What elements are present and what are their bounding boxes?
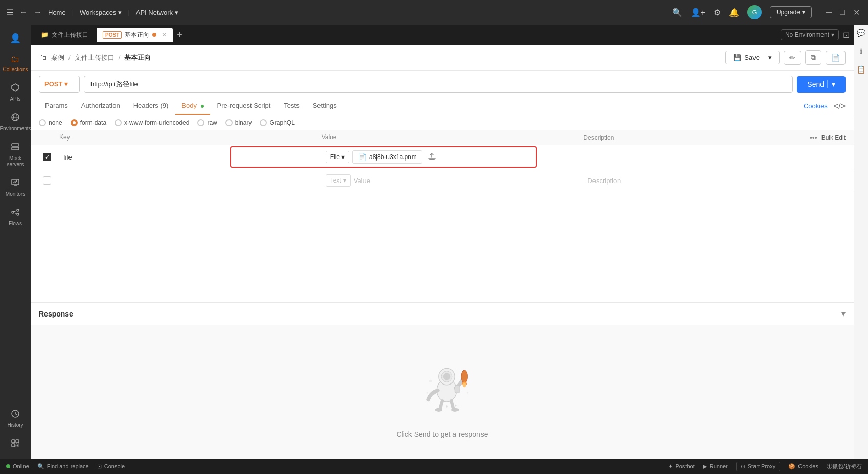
chevron-down-icon: ▾	[343, 177, 346, 184]
close-button[interactable]: ✕	[851, 8, 862, 17]
comment-button[interactable]: ⧉	[805, 50, 821, 65]
option-form-data[interactable]: form-data	[71, 119, 106, 126]
unsaved-dot	[152, 33, 156, 37]
sidebar-item-collections[interactable]: 🗂 Collections	[0, 50, 31, 77]
edit-button[interactable]: ✏	[784, 51, 801, 65]
minimize-button[interactable]: ─	[824, 8, 834, 17]
svg-rect-5	[12, 147, 19, 150]
file-value-display[interactable]: 📄 a8j8b-u3x1a.pnm	[352, 150, 422, 164]
option-binary[interactable]: binary	[225, 119, 252, 126]
breadcrumb-item-2[interactable]: 文件上传接口	[75, 53, 115, 62]
invite-icon[interactable]: 👤+	[691, 8, 705, 17]
maximize-button[interactable]: □	[838, 8, 847, 17]
table-row: ✓ file File ▾ 📄 a8j8b-u3x1a.pnm	[31, 145, 854, 169]
sidebar-item-mock-servers[interactable]: Mock servers	[0, 138, 31, 172]
tab-tests[interactable]: Tests	[278, 98, 305, 115]
method-select[interactable]: POST ▾	[39, 76, 80, 93]
avatar[interactable]: G	[747, 5, 762, 19]
response-area: Response ▾	[31, 302, 854, 459]
url-input[interactable]	[84, 76, 793, 93]
sidebar-item-apis[interactable]: APIs	[0, 79, 31, 106]
svg-point-33	[467, 392, 469, 394]
api-network-menu[interactable]: API Network ▾	[136, 9, 178, 16]
save-button[interactable]: 💾 Save ▾	[725, 51, 780, 64]
option-none[interactable]: none	[39, 119, 62, 126]
desc-placeholder[interactable]: Description	[583, 174, 846, 188]
back-button[interactable]: ←	[19, 8, 28, 17]
option-graphql[interactable]: GraphQL	[260, 119, 294, 126]
bulk-edit-button[interactable]: Bulk Edit	[821, 134, 846, 141]
tab-settings[interactable]: Settings	[307, 98, 343, 115]
environment-select[interactable]: No Environment ▾	[781, 29, 839, 40]
home-link[interactable]: Home	[48, 9, 66, 16]
proxy-icon: ⊙	[741, 463, 745, 470]
right-panel-chat-icon[interactable]: 💬	[857, 29, 865, 37]
search-icon[interactable]: 🔍	[672, 8, 682, 17]
monitors-icon	[11, 178, 20, 190]
upgrade-button[interactable]: Upgrade ▾	[770, 6, 812, 18]
key-placeholder[interactable]	[59, 177, 322, 184]
online-status[interactable]: Online	[6, 463, 29, 469]
capture-button[interactable]: ①抓包/祈祷石	[827, 463, 862, 470]
cookies-button[interactable]: 🍪 Cookies	[788, 463, 818, 470]
desc-cell[interactable]	[583, 154, 846, 160]
file-type-select[interactable]: File ▾	[326, 151, 349, 163]
key-cell[interactable]: file	[59, 150, 322, 164]
runner-button[interactable]: ▶ Runner	[703, 463, 728, 470]
body-filled-dot	[201, 105, 204, 108]
response-header[interactable]: Response ▾	[31, 303, 854, 325]
svg-point-28	[463, 381, 466, 387]
send-dropdown-arrow[interactable]: ▾	[827, 80, 835, 88]
forward-button[interactable]: →	[34, 8, 42, 17]
method-badge: POST	[103, 31, 122, 39]
notifications-icon[interactable]: 🔔	[729, 8, 739, 17]
console-button[interactable]: ⊡ Console	[97, 463, 125, 470]
cookies-link[interactable]: Cookies	[804, 102, 828, 110]
tab-folder[interactable]: 📁 文件上传接口	[35, 28, 95, 42]
statusbar: Online 🔍 Find and replace ⊡ Console ✦ Po…	[0, 459, 868, 474]
send-button[interactable]: Send ▾	[797, 76, 846, 93]
document-button[interactable]: 📄	[826, 51, 846, 65]
new-tab-button[interactable]: +	[177, 30, 182, 40]
option-x-www-form-urlencoded[interactable]: x-www-form-urlencoded	[115, 119, 189, 126]
option-raw[interactable]: raw	[197, 119, 217, 126]
url-bar: POST ▾ Send ▾	[31, 71, 854, 98]
code-icon[interactable]: </>	[834, 102, 846, 111]
chevron-down-icon: ▾	[118, 9, 122, 16]
sidebar-item-profile[interactable]: 👤	[0, 29, 31, 48]
radio-urlencoded	[115, 119, 122, 126]
postbot-button[interactable]: ✦ Postbot	[668, 463, 694, 470]
tab-headers[interactable]: Headers (9)	[127, 98, 175, 115]
sidebar-item-flows[interactable]: Flows	[0, 204, 31, 231]
tab-close-button[interactable]: ✕	[162, 31, 167, 38]
sidebar-item-environments[interactable]: Environments	[0, 108, 31, 136]
settings-icon[interactable]: ⚙	[714, 8, 721, 17]
breadcrumb-item-1[interactable]: 案例	[51, 53, 64, 62]
tab-pre-request[interactable]: Pre-request Script	[211, 98, 277, 115]
tab-body[interactable]: Body	[175, 98, 210, 115]
upload-button[interactable]	[427, 151, 437, 163]
sidebar-item-history[interactable]: History	[0, 405, 31, 433]
radio-binary	[225, 119, 233, 126]
row-checkbox[interactable]: ✓	[43, 153, 51, 161]
right-panel-doc-icon[interactable]: 📋	[857, 65, 865, 74]
save-dropdown-arrow[interactable]: ▾	[764, 54, 772, 61]
menu-icon[interactable]: ☰	[6, 8, 13, 17]
add-icon	[11, 439, 20, 450]
value-placeholder: Text ▾ Value	[322, 171, 584, 190]
row-checkbox-empty[interactable]	[43, 176, 51, 185]
tab-request[interactable]: POST 基本正向 ✕	[97, 28, 173, 42]
workspaces-menu[interactable]: Workspaces ▾	[80, 9, 122, 16]
right-panel-info-icon[interactable]: ℹ	[860, 47, 862, 55]
svg-point-10	[17, 213, 19, 215]
sidebar-item-add[interactable]	[0, 435, 31, 455]
response-body: Click Send to get a response	[31, 325, 854, 459]
right-panel-toggle[interactable]: ⊡	[843, 30, 850, 40]
sidebar-item-monitors[interactable]: Monitors	[0, 174, 31, 201]
more-options-icon[interactable]: •••	[810, 133, 817, 142]
tab-authorization[interactable]: Authorization	[75, 98, 126, 115]
tab-params[interactable]: Params	[39, 98, 74, 115]
start-proxy-button[interactable]: ⊙ Start Proxy	[736, 462, 780, 471]
find-replace-button[interactable]: 🔍 Find and replace	[37, 463, 89, 470]
runner-icon: ▶	[703, 463, 707, 470]
